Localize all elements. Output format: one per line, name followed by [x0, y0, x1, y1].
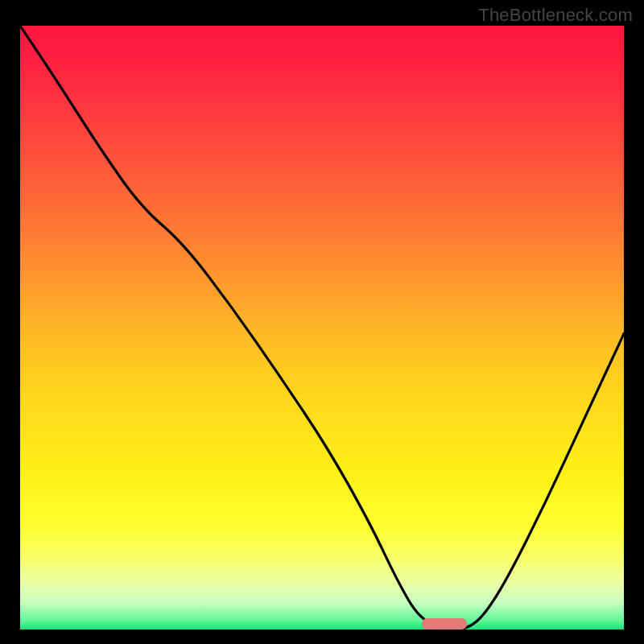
optimal-marker	[422, 618, 467, 630]
gradient-background	[20, 26, 624, 630]
plot-area	[20, 26, 624, 630]
chart-svg	[20, 26, 624, 630]
chart-frame: TheBottleneck.com	[0, 0, 644, 644]
attribution-label: TheBottleneck.com	[478, 5, 633, 26]
